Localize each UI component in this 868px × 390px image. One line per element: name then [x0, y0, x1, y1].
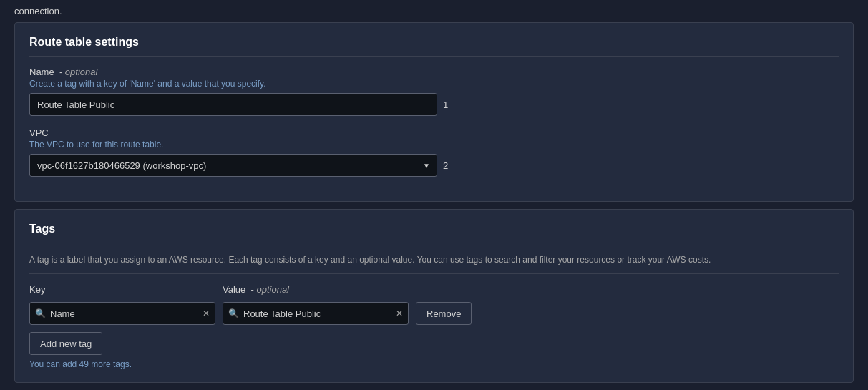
- vpc-field-group: VPC The VPC to use for this route table.…: [29, 127, 839, 177]
- key-input-wrapper: 🔍 ✕: [29, 302, 215, 325]
- vpc-hint: The VPC to use for this route table.: [29, 140, 839, 150]
- name-hint: Create a tag with a key of 'Name' and a …: [29, 79, 839, 89]
- name-label: Name - optional: [29, 67, 839, 77]
- route-settings-card: Route table settings Name - optional Cre…: [14, 22, 854, 202]
- tags-limit-hint: You can add 49 more tags.: [29, 359, 839, 369]
- tags-title: Tags: [29, 223, 839, 243]
- key-input[interactable]: [29, 302, 215, 325]
- tags-card: Tags A tag is a label that you assign to…: [14, 209, 854, 383]
- name-step-number: 1: [443, 99, 448, 110]
- main-content: Route table settings Name - optional Cre…: [0, 22, 868, 383]
- vpc-select-wrapper: vpc-06f1627b180466529 (workshop-vpc) ▼: [29, 154, 437, 177]
- remove-tag-button[interactable]: Remove: [416, 302, 472, 325]
- vpc-step-number: 2: [443, 160, 448, 171]
- vpc-select[interactable]: vpc-06f1627b180466529 (workshop-vpc): [29, 154, 437, 177]
- value-input[interactable]: [223, 302, 409, 325]
- footer: Cancel Create route table 3: [0, 386, 868, 390]
- add-tag-button[interactable]: Add new tag: [29, 332, 102, 355]
- key-clear-icon[interactable]: ✕: [203, 308, 210, 318]
- tag-row: 🔍 ✕ 🔍 ✕ Remove: [29, 302, 839, 325]
- key-column-label: Key: [29, 284, 215, 295]
- vpc-select-row: vpc-06f1627b180466529 (workshop-vpc) ▼ 2: [29, 154, 839, 177]
- key-column: 🔍 ✕: [29, 302, 215, 325]
- name-input-row: 1: [29, 93, 839, 116]
- name-input[interactable]: [29, 93, 437, 116]
- route-settings-title: Route table settings: [29, 36, 839, 57]
- vpc-label: VPC: [29, 127, 839, 138]
- name-field-group: Name - optional Create a tag with a key …: [29, 67, 839, 116]
- tag-column-headers: Key Value - optional: [29, 284, 839, 299]
- connection-text: connection.: [0, 0, 868, 22]
- value-column: 🔍 ✕: [223, 302, 409, 325]
- value-input-wrapper: 🔍 ✕: [223, 302, 409, 325]
- value-clear-icon[interactable]: ✕: [396, 308, 403, 318]
- tags-description: A tag is a label that you assign to an A…: [29, 253, 839, 274]
- value-column-label: Value - optional: [223, 284, 409, 295]
